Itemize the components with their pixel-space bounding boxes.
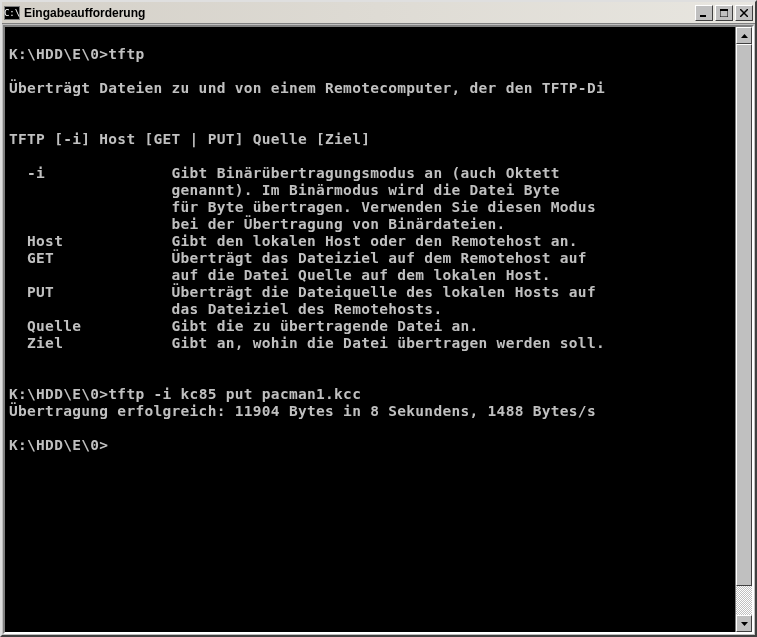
line: genannt). Im Binärmodus wird die Datei B… [9,182,560,198]
command-prompt-window: C:\ Eingabeaufforderung K:\HDD\E\0>tftp … [0,0,757,637]
scroll-up-button[interactable] [736,27,752,44]
svg-marker-5 [741,34,748,38]
maximize-icon [720,9,728,17]
line: für Byte übertragen. Verwenden Sie diese… [9,199,596,215]
minimize-button[interactable] [695,5,713,21]
line: bei der Übertragung von Binärdateien. [9,216,506,232]
line: GET Überträgt das Dateiziel auf dem Remo… [9,250,587,266]
scroll-track[interactable] [736,44,752,615]
minimize-icon [700,9,708,17]
cmd-icon: C:\ [4,6,20,20]
svg-marker-6 [741,622,748,626]
chevron-up-icon [741,34,748,38]
prompt: K:\HDD\E\0> [9,386,108,402]
window-title: Eingabeaufforderung [24,6,693,20]
maximize-button[interactable] [715,5,733,21]
line: Host Gibt den lokalen Host oder den Remo… [9,233,578,249]
scroll-thumb[interactable] [736,44,752,586]
line: Ziel Gibt an, wohin die Datei übertragen… [9,335,605,351]
chevron-down-icon [741,622,748,626]
line: -i Gibt Binärübertragungsmodus an (auch … [9,165,560,181]
client-area: K:\HDD\E\0>tftp Überträgt Dateien zu und… [3,25,754,634]
command: tftp -i kc85 put pacman1.kcc [108,386,361,402]
prompt: K:\HDD\E\0> [9,46,108,62]
line: TFTP [-i] Host [GET | PUT] Quelle [Ziel] [9,131,370,147]
line: Übertragung erfolgreich: 11904 Bytes in … [9,403,596,419]
window-controls [693,5,753,21]
close-button[interactable] [735,5,753,21]
terminal-output[interactable]: K:\HDD\E\0>tftp Überträgt Dateien zu und… [5,27,735,632]
line: Überträgt Dateien zu und von einem Remot… [9,80,605,96]
command: tftp [108,46,144,62]
line: auf die Datei Quelle auf dem lokalen Hos… [9,267,551,283]
prompt: K:\HDD\E\0> [9,437,108,453]
line: Quelle Gibt die zu übertragende Datei an… [9,318,479,334]
svg-rect-0 [700,15,706,17]
line: PUT Überträgt die Dateiquelle des lokale… [9,284,596,300]
line: das Dateiziel des Remotehosts. [9,301,442,317]
close-icon [740,9,748,17]
titlebar[interactable]: C:\ Eingabeaufforderung [2,2,755,24]
vertical-scrollbar[interactable] [735,27,752,632]
svg-rect-2 [720,9,728,11]
scroll-down-button[interactable] [736,615,752,632]
